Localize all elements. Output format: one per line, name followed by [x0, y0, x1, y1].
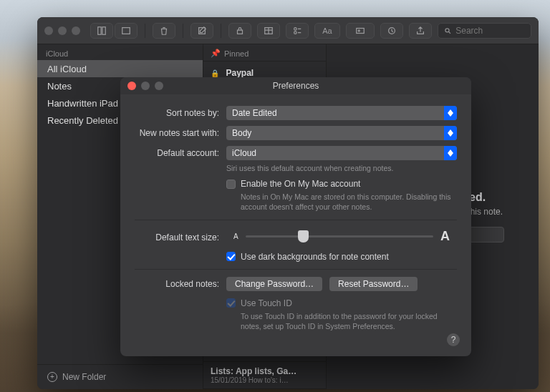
updown-icon [444, 106, 457, 120]
window-controls [44, 26, 80, 35]
plus-icon: + [47, 372, 57, 382]
textsize-min-icon: A [226, 232, 246, 240]
view-list-button[interactable] [90, 23, 113, 39]
prefs-titlebar: Preferences [120, 77, 471, 94]
lock-icon: 🔒 [211, 69, 219, 77]
svg-point-7 [294, 31, 297, 34]
svg-rect-4 [238, 30, 243, 34]
darkbg-label: Use dark backgrounds for note content [241, 252, 389, 262]
new-folder-label: New Folder [62, 372, 106, 382]
svg-rect-8 [357, 28, 365, 33]
default-account-value: iCloud [232, 148, 256, 158]
share-button[interactable] [409, 23, 432, 39]
newnotes-value: Body [232, 128, 251, 138]
reset-password-button[interactable]: Reset Password… [329, 277, 418, 291]
onmymac-hint: Notes in On My Mac are stored on this co… [226, 192, 457, 212]
zoom-window-icon[interactable] [72, 26, 80, 35]
view-gallery-button[interactable] [115, 23, 138, 39]
updown-icon [444, 126, 457, 140]
touchid-hint: To use Touch ID in addition to the passw… [226, 311, 457, 331]
updown-icon [444, 146, 457, 160]
sidebar-item-all-icloud[interactable]: All iCloud [37, 60, 203, 77]
svg-rect-0 [98, 26, 101, 34]
checkbox-icon [226, 180, 236, 189]
textsize-slider[interactable]: A A [226, 227, 457, 246]
onmymac-label: Enable the On My Mac account [241, 179, 360, 189]
sort-value: Date Edited [232, 108, 277, 118]
new-folder-button[interactable]: + New Folder [37, 364, 203, 389]
prefs-title: Preferences [120, 81, 471, 91]
table-button[interactable] [257, 23, 280, 39]
titlebar: Aa [37, 17, 539, 44]
touchid-label: Use Touch ID [241, 298, 292, 308]
pinned-header: 📌 Pinned [203, 44, 326, 62]
sort-label: Sort notes by: [135, 106, 226, 118]
default-account-hint: Siri uses this default account when crea… [226, 163, 457, 173]
textsize-max-icon: A [433, 229, 457, 244]
change-password-button[interactable]: Change Password… [226, 277, 322, 291]
default-account-label: Default account: [135, 146, 226, 158]
note-row[interactable]: Lists: App lists, Ga… 15/01/2019 How to'… [203, 362, 326, 389]
svg-point-11 [445, 28, 449, 31]
format-button[interactable]: Aa [314, 23, 340, 39]
minimize-window-icon[interactable] [58, 26, 67, 35]
close-window-icon[interactable] [44, 26, 53, 35]
media-button[interactable] [346, 23, 375, 39]
slider-thumb[interactable] [298, 230, 309, 242]
checklist-button[interactable] [286, 23, 309, 39]
new-note-button[interactable] [190, 23, 213, 39]
help-button[interactable]: ? [447, 333, 460, 346]
darkbg-checkbox[interactable]: Use dark backgrounds for note content [226, 252, 457, 262]
lock-button[interactable] [228, 23, 251, 39]
textsize-label: Default text size: [135, 230, 226, 242]
pin-icon: 📌 [211, 49, 221, 58]
search-input[interactable] [455, 26, 525, 36]
lockednotes-label: Locked notes: [135, 277, 226, 289]
delete-button[interactable] [153, 23, 175, 39]
svg-point-6 [294, 27, 297, 30]
note-title: Paypal [226, 68, 254, 78]
svg-point-9 [358, 29, 360, 31]
onmymac-checkbox[interactable]: Enable the On My Mac account [226, 179, 457, 189]
note-subtitle: 15/01/2019 How to's: i… [211, 376, 319, 384]
search-field[interactable] [438, 23, 531, 39]
link-button[interactable] [380, 23, 403, 39]
default-account-popup[interactable]: iCloud [226, 146, 457, 160]
svg-rect-2 [122, 27, 130, 34]
svg-rect-1 [102, 26, 105, 34]
search-icon [444, 26, 451, 35]
checkbox-checked-icon [226, 252, 236, 261]
newnotes-popup[interactable]: Body [226, 126, 457, 140]
newnotes-label: New notes start with: [135, 126, 226, 138]
note-title: Lists: App lists, Ga… [211, 366, 319, 376]
touchid-checkbox: Use Touch ID [226, 298, 457, 308]
sidebar-section-header: iCloud [37, 44, 203, 60]
preferences-window: Preferences Sort notes by: Date Edited N… [120, 77, 471, 356]
checkbox-disabled-icon [226, 298, 236, 308]
sort-popup[interactable]: Date Edited [226, 106, 457, 120]
